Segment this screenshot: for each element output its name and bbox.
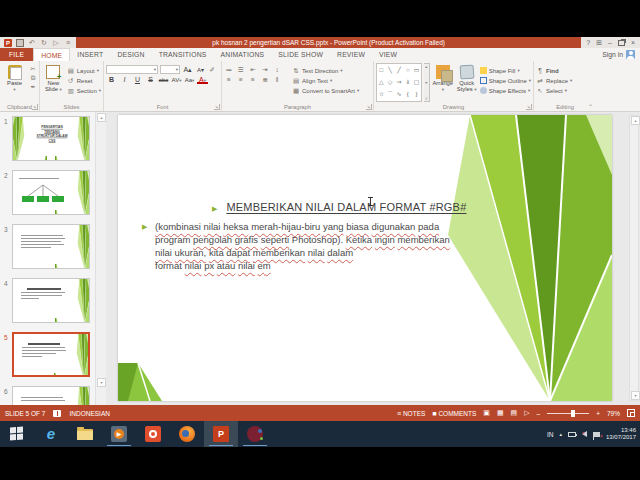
quick-styles-button[interactable]: Quick Styles ▾ [456, 63, 478, 102]
shape-fill-button[interactable]: Shape Fill▾ [480, 66, 531, 75]
thumbnail-slide-2[interactable]: 2 [0, 170, 95, 220]
decrease-indent-icon[interactable]: ⇤ [248, 65, 258, 74]
numbering-icon[interactable]: ☰ [236, 65, 246, 74]
scroll-up-icon[interactable]: ▴ [97, 113, 106, 122]
scroll-up-icon[interactable]: ▴ [631, 116, 640, 125]
align-text-button[interactable]: ▤Align Text▾ [292, 76, 359, 85]
shape-line-icon[interactable]: ╲ [388, 67, 392, 74]
increase-indent-icon[interactable]: ⇥ [260, 65, 270, 74]
section-button[interactable]: ▥Section▾ [67, 86, 101, 95]
start-slideshow-icon[interactable]: ▷ [52, 39, 60, 47]
slide-title-block[interactable]: ▶ MEMBERIKAN NILAI DALAM FORMAT #RGB# [212, 201, 466, 213]
shape-arrow-down-icon[interactable]: ⇓ [405, 79, 410, 86]
shape-callout-icon[interactable]: ▢ [414, 79, 420, 86]
language-indicator[interactable]: INDONESIAN [69, 410, 109, 417]
restore-icon[interactable] [618, 40, 625, 46]
customize-qat-icon[interactable]: ≡ [64, 39, 72, 47]
format-painter-icon[interactable]: ✒ [29, 83, 37, 91]
current-slide[interactable]: ▶ MEMBERIKAN NILAI DALAM FORMAT #RGB# ▶ … [118, 115, 612, 401]
align-center-icon[interactable]: ≡ [236, 75, 246, 84]
tab-view[interactable]: VIEW [372, 48, 404, 61]
battery-icon[interactable] [568, 432, 576, 437]
bullets-icon[interactable]: ≔ [224, 65, 234, 74]
copy-icon[interactable]: ⧉ [29, 74, 37, 82]
font-name-input[interactable]: ▾ [106, 65, 158, 74]
ribbon-display-options-icon[interactable]: ⊞ [596, 38, 602, 47]
taskbar-clock[interactable]: 13:46 13/07/2017 [606, 427, 636, 441]
convert-smartart-button[interactable]: ▦Convert to SmartArt▾ [292, 86, 359, 95]
shape-arrow-icon[interactable]: ⇒ [396, 79, 401, 86]
scroll-down-icon[interactable]: ▾ [631, 391, 640, 400]
text-shadow-button[interactable]: abc [158, 75, 169, 85]
taskbar-other-app[interactable] [238, 421, 272, 447]
shape-triangle-icon[interactable]: △ [379, 79, 384, 86]
change-case-button[interactable]: Aa▾ [184, 75, 195, 85]
clipboard-dialog-launcher[interactable]: ↘ [32, 104, 38, 110]
collapse-ribbon-icon[interactable]: ⌃ [588, 103, 593, 110]
line-spacing-icon[interactable]: ↕ [272, 65, 282, 74]
text-direction-button[interactable]: ⇅Text Direction▾ [292, 66, 359, 75]
justify-icon[interactable]: ≣ [260, 75, 270, 84]
zoom-level[interactable]: 79% [607, 410, 620, 417]
underline-button[interactable]: U [132, 75, 143, 85]
shape-effects-button[interactable]: Shape Effects▾ [480, 86, 531, 95]
shape-rounded-rect-icon[interactable]: ▭ [414, 67, 420, 74]
tab-transitions[interactable]: TRANSITIONS [152, 48, 214, 61]
slideshow-view-icon[interactable]: ▷ [524, 405, 529, 421]
taskbar-file-explorer[interactable] [68, 421, 102, 447]
cut-icon[interactable]: ✂ [29, 65, 37, 73]
proofing-icon[interactable] [53, 410, 61, 417]
zoom-out-icon[interactable]: – [537, 410, 541, 417]
shape-oval-icon[interactable]: ○ [406, 67, 410, 74]
shape-star-icon[interactable]: ☆ [379, 91, 384, 98]
shape-outline-button[interactable]: Shape Outline▾ [480, 76, 531, 85]
tray-language[interactable]: IN [547, 431, 554, 438]
redo-icon[interactable]: ↻ [40, 39, 48, 47]
columns-icon[interactable]: ‖ [272, 75, 282, 84]
notes-button[interactable]: ≡ NOTES [397, 410, 425, 417]
scroll-down-icon[interactable]: ▾ [97, 378, 106, 387]
shrink-font-button[interactable]: A▾ [195, 65, 206, 75]
arrange-button[interactable]: Arrange ▾ [432, 63, 454, 102]
paste-button[interactable]: Paste ▾ [2, 63, 27, 102]
shape-brace-left-icon[interactable]: { [407, 91, 409, 98]
shape-scribble-icon[interactable]: ∿ [396, 91, 401, 98]
tab-home[interactable]: HOME [33, 48, 70, 61]
thumbnail-slide-1[interactable]: 1 PENGERTIAN TENTANG STRUKTUR DALAM CSS [0, 116, 95, 166]
find-button[interactable]: ¶Find [536, 66, 572, 75]
taskbar-powerpoint[interactable]: P [204, 421, 238, 447]
volume-icon[interactable]: × [582, 431, 587, 437]
tab-slideshow[interactable]: SLIDE SHOW [271, 48, 330, 61]
taskbar-media-player[interactable]: ▶ [102, 421, 136, 447]
font-color-button[interactable]: A▾ [197, 76, 208, 84]
taskbar-recorder-app[interactable] [136, 421, 170, 447]
replace-button[interactable]: ⇄Replace▾ [536, 76, 572, 85]
tab-design[interactable]: DESIGN [110, 48, 151, 61]
new-slide-button[interactable]: New Slide ▾ [42, 63, 65, 102]
sign-in[interactable]: Sign in [602, 48, 640, 61]
zoom-slider[interactable] [547, 413, 589, 414]
tab-file[interactable]: FILE [0, 48, 33, 61]
drawing-dialog-launcher[interactable]: ↘ [526, 104, 532, 110]
thumbnail-slide-5-selected[interactable]: 5 [0, 332, 95, 382]
slide-sorter-icon[interactable]: ▦ [497, 405, 504, 421]
paragraph-dialog-launcher[interactable]: ↘ [366, 104, 372, 110]
thumbnail-slide-4[interactable]: 4 [0, 278, 95, 328]
layout-button[interactable]: ▤Layout▾ [67, 66, 101, 75]
align-right-icon[interactable]: ≡ [248, 75, 258, 84]
zoom-in-icon[interactable]: + [596, 410, 600, 417]
font-dialog-launcher[interactable]: ↘ [214, 104, 220, 110]
thumbnail-slide-6[interactable]: 6 [0, 386, 95, 405]
bold-button[interactable]: B [106, 75, 117, 85]
comments-button[interactable]: ■ COMMENTS [432, 410, 476, 417]
tab-animations[interactable]: ANIMATIONS [214, 48, 272, 61]
grow-font-button[interactable]: A▴ [182, 65, 193, 75]
minimize-icon[interactable]: – [608, 38, 612, 47]
zoom-slider-thumb[interactable] [571, 410, 575, 417]
close-icon[interactable]: × [631, 38, 635, 47]
fit-to-window-icon[interactable] [627, 409, 635, 417]
shapes-gallery-scrollbar[interactable]: ▴▾≡ [424, 63, 430, 102]
undo-icon[interactable]: ↶ [28, 39, 36, 47]
align-left-icon[interactable]: ≡ [224, 75, 234, 84]
thumbnail-scrollbar[interactable]: ▴ ▾ [95, 112, 106, 405]
